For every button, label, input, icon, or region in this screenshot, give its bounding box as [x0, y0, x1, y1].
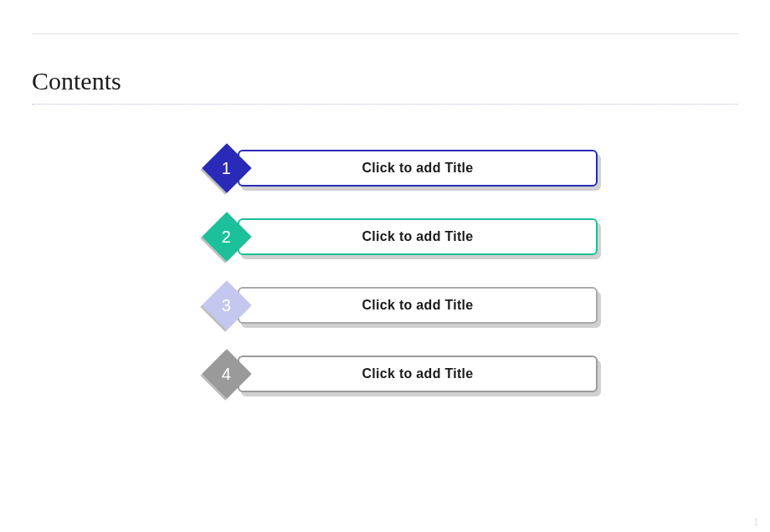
contents-list: Click to add Title 1 Click to add Title …	[198, 149, 608, 423]
page-title: Contents	[32, 67, 121, 95]
title-bar-4[interactable]: Click to add Title	[238, 356, 598, 392]
title-underline	[32, 104, 738, 105]
content-row-2: Click to add Title 2	[198, 217, 608, 261]
content-row-3: Click to add Title 3	[198, 286, 608, 330]
top-divider	[32, 33, 738, 34]
title-placeholder: Click to add Title	[362, 161, 473, 176]
title-bar-1[interactable]: Click to add Title	[238, 150, 598, 187]
item-number: 1	[222, 159, 231, 178]
title-placeholder: Click to add Title	[362, 298, 473, 313]
item-number: 3	[222, 296, 231, 315]
title-placeholder: Click to add Title	[362, 366, 473, 381]
title-bar-2[interactable]: Click to add Title	[238, 218, 598, 255]
title-placeholder: Click to add Title	[362, 229, 473, 244]
title-bar-3[interactable]: Click to add Title	[238, 287, 598, 324]
content-row-4: Click to add Title 4	[198, 355, 608, 398]
content-row-1: Click to add Title 1	[198, 149, 608, 192]
item-number: 4	[222, 365, 231, 384]
item-number: 2	[222, 228, 231, 247]
page-number: 1	[753, 518, 758, 527]
